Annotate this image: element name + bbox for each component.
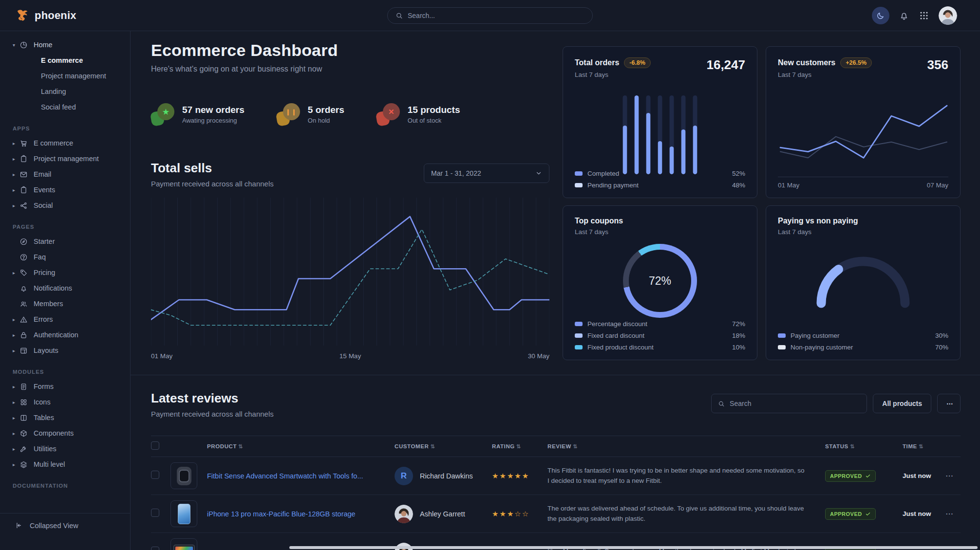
brand-name: phoenix <box>35 9 76 22</box>
rating-stars: ★★★☆☆ <box>492 510 547 518</box>
lock-icon <box>19 331 28 339</box>
sidebar-item-forms[interactable]: ▸Forms <box>0 379 130 394</box>
theme-toggle-button[interactable] <box>872 7 889 24</box>
col-product[interactable]: PRODUCT⇅ <box>207 443 395 450</box>
columns-icon <box>19 414 28 422</box>
customer-avatar[interactable] <box>395 505 413 523</box>
col-rating[interactable]: RATING⇅ <box>492 443 547 450</box>
sidebar-item-ecommerce[interactable]: E commerce <box>0 53 130 68</box>
row-checkbox[interactable] <box>151 509 159 517</box>
status-badge: APPROVED <box>825 508 876 520</box>
card-period: Last 7 days <box>778 71 872 78</box>
sidebar-item-events[interactable]: ▸Events <box>0 182 130 198</box>
sidebar-item-email[interactable]: ▸Email <box>0 166 130 182</box>
brand-logo[interactable]: phoenix <box>16 8 76 23</box>
compass-icon <box>19 238 28 246</box>
select-all-checkbox[interactable] <box>151 441 159 450</box>
row-menu-button[interactable]: ⋯ <box>945 509 965 518</box>
col-status[interactable]: STATUS⇅ <box>825 443 903 450</box>
horizontal-scrollbar-thumb[interactable] <box>289 546 978 549</box>
calendar-icon <box>19 186 28 194</box>
product-thumbnail-iphone[interactable] <box>170 500 197 527</box>
stat-out-of-stock: ✕ 15 products Out of stock <box>377 103 460 126</box>
legend-swatch <box>575 171 583 176</box>
col-time[interactable]: TIME⇅ <box>903 443 945 450</box>
total-sells-chart: 01 May 15 May 30 May <box>151 198 549 360</box>
sidebar-item-utilities[interactable]: ▸Utilities <box>0 441 130 457</box>
orders-legend: Completed52% Pending payment48% <box>575 165 745 189</box>
col-customer[interactable]: CUSTOMER⇅ <box>395 443 492 450</box>
sidebar-item-tables[interactable]: ▸Tables <box>0 410 130 425</box>
reviews-controls: All products ⋯ <box>711 394 961 413</box>
sidebar-item-social[interactable]: ▸Social <box>0 198 130 213</box>
sidebar-item-social-feed[interactable]: Social feed <box>0 99 130 115</box>
pie-chart-icon <box>19 41 28 49</box>
new-customers-x-axis: 01 May 07 May <box>778 177 948 189</box>
customer-cell: R Richard Dawkins <box>395 467 492 485</box>
customer-name: Richard Dawkins <box>420 472 473 480</box>
sidebar-item-icons[interactable]: ▸Icons <box>0 394 130 410</box>
legend-swatch <box>575 322 583 326</box>
global-search-input[interactable] <box>408 12 584 19</box>
legend-swatch <box>575 183 583 187</box>
reviews-menu-button[interactable]: ⋯ <box>937 394 961 413</box>
row-menu-button[interactable]: ⋯ <box>945 471 965 480</box>
sidebar-item-multi-level[interactable]: ▸Multi level <box>0 457 130 472</box>
sidebar-item-members[interactable]: Members <box>0 296 130 312</box>
sidebar-item-starter[interactable]: Starter <box>0 234 130 249</box>
sidebar-section-pages: PAGES <box>0 224 130 230</box>
sidebar-item-notifications[interactable]: Notifications <box>0 280 130 296</box>
sidebar-item-landing[interactable]: Landing <box>0 84 130 99</box>
ecommerce-dashboard-app: phoenix ▾ Home <box>0 0 980 550</box>
all-products-button[interactable]: All products <box>873 394 931 413</box>
row-checkbox[interactable] <box>151 547 159 550</box>
page-subtitle: Here's what's going on at your business … <box>151 65 338 73</box>
sidebar-item-home[interactable]: ▾ Home <box>0 37 130 53</box>
sidebar-item-faq[interactable]: Faq <box>0 249 130 265</box>
global-search[interactable] <box>387 7 593 24</box>
reviews-search[interactable] <box>711 394 867 413</box>
notifications-bell-icon[interactable] <box>899 10 909 21</box>
users-icon <box>19 300 28 308</box>
donut-center-label: 72% <box>649 275 671 288</box>
sidebar-item-layouts[interactable]: ▸Layouts <box>0 343 130 358</box>
sidebar-item-apps-project-management[interactable]: ▸Project management <box>0 151 130 166</box>
customer-name: Ashley Garrett <box>420 510 465 518</box>
trend-badge: +26.5% <box>840 57 872 68</box>
wrench-icon <box>19 445 28 453</box>
row-checkbox[interactable] <box>151 471 159 479</box>
sidebar-item-components[interactable]: ▸Components <box>0 425 130 441</box>
phoenix-bird-icon <box>16 8 30 23</box>
box-icon <box>19 429 28 438</box>
sidebar-item-project-management[interactable]: Project management <box>0 68 130 84</box>
sidebar-item-authentication[interactable]: ▸Authentication <box>0 327 130 343</box>
date-range-select[interactable]: Mar 1 - 31, 2022 <box>424 164 549 183</box>
product-thumbnail-smartwatch[interactable] <box>170 462 197 489</box>
col-review[interactable]: REVIEW⇅ <box>547 443 825 450</box>
legend-swatch <box>778 333 786 338</box>
sidebar-section-modules: MODULES <box>0 369 130 375</box>
collapse-sidebar-button[interactable]: Collapsed View <box>0 513 130 530</box>
reviews-search-input[interactable] <box>730 400 860 407</box>
review-time: Just now <box>903 472 945 479</box>
top-coupons-card: Top coupons Last 7 days 72% Percentage d… <box>563 205 757 360</box>
cart-icon <box>19 139 28 147</box>
check-icon <box>865 473 871 479</box>
sidebar-item-apps-ecommerce[interactable]: ▸E commerce <box>0 135 130 151</box>
product-link[interactable]: Fitbit Sense Advanced Smartwatch with To… <box>207 472 395 480</box>
user-avatar[interactable] <box>939 6 957 25</box>
stat-value: 57 new orders <box>182 105 245 115</box>
sidebar-item-errors[interactable]: ▸Errors <box>0 312 130 327</box>
reviews-title: Latest reviews <box>151 391 274 406</box>
sidebar-item-label: Home <box>34 41 53 49</box>
reviews-table: PRODUCT⇅ CUSTOMER⇅ RATING⇅ REVIEW⇅ STATU… <box>151 436 961 550</box>
bell-icon <box>19 284 28 293</box>
sidebar-item-pricing[interactable]: ▸Pricing <box>0 265 130 280</box>
customer-avatar[interactable]: R <box>395 467 413 485</box>
moon-icon <box>876 11 885 20</box>
total-sells-title: Total sells <box>151 161 274 176</box>
apps-grid-icon[interactable] <box>919 10 929 21</box>
product-thumbnail-macbook[interactable] <box>170 538 197 550</box>
card-period: Last 7 days <box>778 228 948 236</box>
product-link[interactable]: iPhone 13 pro max-Pacific Blue-128GB sto… <box>207 510 395 518</box>
